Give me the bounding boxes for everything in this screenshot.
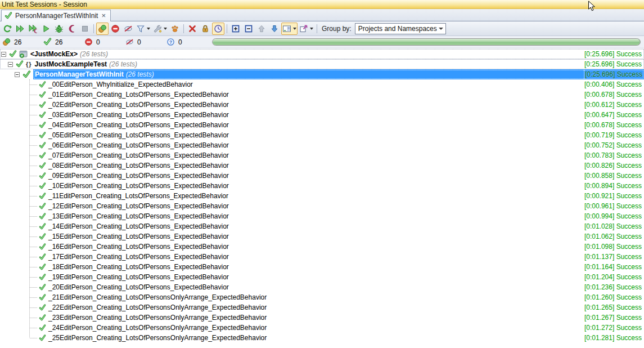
tree-guide-stub [30, 297, 37, 298]
tree-test-row[interactable]: _00EditPerson_WhyInitialize_ExpectedBeha… [0, 79, 644, 90]
window-titlebar[interactable]: Unit Test Sessions - Session [0, 0, 644, 9]
next-test-button[interactable] [268, 23, 281, 35]
tree-test-row[interactable]: _11EditPerson_Creating_LotsOfPersons_Exp… [0, 191, 644, 201]
run-selected-tests-button[interactable] [40, 23, 52, 35]
success-check-icon [4, 12, 12, 20]
tree-test-row[interactable]: _10EditPerson_Creating_LotsOfPersons_Exp… [0, 181, 644, 191]
tree-test-row[interactable]: _13EditPerson_Creating_LotsOfPersons_Exp… [0, 211, 644, 221]
test-duration-status: [0:00.612] Success [584, 101, 644, 109]
tree-test-row[interactable]: _23EditPerson_Creating_LotsOfPersonsOnly… [0, 313, 644, 323]
success-check-icon [39, 304, 46, 311]
test-duration-status: [0:00.678] Success [584, 91, 644, 99]
tree-test-row[interactable]: _03EditPerson_Creating_LotsOfPersons_Exp… [0, 110, 644, 120]
tree-group-row[interactable]: {}JustMockExampleTest(26 tests)[0:25.696… [0, 59, 644, 69]
test-name: _14EditPerson_Creating_LotsOfPersons_Exp… [48, 222, 229, 230]
tree-guide-stub [30, 287, 37, 288]
tree-test-row[interactable]: _07EditPerson_Creating_LotsOfPersons_Exp… [0, 150, 644, 160]
tree-test-row[interactable]: _06EditPerson_Creating_LotsOfPersons_Exp… [0, 140, 644, 150]
tree-test-row[interactable]: _19EditPerson_Creating_LotsOfPersons_Exp… [0, 272, 644, 282]
run-all-tests-button[interactable] [14, 23, 26, 35]
run-all-tests-profiled-button[interactable] [27, 23, 39, 35]
tree-test-row[interactable]: _14EditPerson_Creating_LotsOfPersons_Exp… [0, 221, 644, 231]
collapse-all-button[interactable] [242, 23, 255, 35]
repeat-run-icon [3, 24, 12, 33]
tree-test-row[interactable]: _21EditPerson_Creating_LotsOfPersonsOnly… [0, 292, 644, 302]
test-name: _00EditPerson_WhyInitialize_ExpectedBeha… [48, 81, 193, 88]
tree-group-row[interactable]: PersonManagerTestWithInit(26 tests)[0:25… [0, 69, 644, 79]
tree-test-row[interactable]: _12EditPerson_Creating_LotsOfPersons_Exp… [0, 201, 644, 211]
tree-test-row[interactable]: _04EditPerson_Creating_LotsOfPersons_Exp… [0, 120, 644, 130]
tree-test-row[interactable]: _17EditPerson_Creating_LotsOfPersons_Exp… [0, 252, 644, 262]
show-test-time-button[interactable] [212, 23, 224, 35]
test-tree[interactable]: #<JustMockEx>(26 tests)[0:25.696] Succes… [0, 48, 644, 348]
expand-all-button[interactable] [229, 23, 242, 35]
tree-test-row[interactable]: _15EditPerson_Creating_LotsOfPersons_Exp… [0, 231, 644, 242]
remove-session-button[interactable] [186, 23, 199, 35]
test-name: _10EditPerson_Creating_LotsOfPersons_Exp… [48, 182, 229, 190]
tree-guide-stub [30, 338, 37, 338]
tree-guide-stub [30, 176, 37, 176]
tree-test-row[interactable]: _09EditPerson_Creating_LotsOfPersons_Exp… [0, 171, 644, 181]
success-check-icon [39, 142, 46, 149]
test-name: _13EditPerson_Creating_LotsOfPersons_Exp… [48, 212, 229, 220]
test-name: _15EditPerson_Creating_LotsOfPersons_Exp… [48, 233, 229, 240]
success-check-icon [39, 111, 46, 119]
tree-test-row[interactable]: _20EditPerson_Creating_LotsOfPersons_Exp… [0, 282, 644, 292]
session-tab[interactable]: PersonManagerTestWithInit × [1, 10, 111, 21]
export-results-button[interactable] [298, 23, 314, 35]
tree-test-row[interactable]: _22EditPerson_Creating_LotsOfPersonsOnly… [0, 302, 644, 313]
stop-execution-button[interactable] [79, 23, 91, 35]
success-check-icon [39, 294, 46, 301]
toggle-preview-pane-button[interactable] [281, 23, 298, 35]
collapse-expander-icon[interactable] [8, 62, 13, 67]
clock-icon [214, 24, 223, 33]
lock-session-button[interactable] [199, 23, 211, 35]
lock-icon [201, 24, 210, 33]
unit-tests-indicator-button[interactable] [96, 23, 109, 35]
tree-test-row[interactable]: _24EditPerson_Creating_LotsOfPersonsOnly… [0, 323, 644, 333]
test-name: _20EditPerson_Creating_LotsOfPersons_Exp… [48, 283, 229, 291]
tab-close-icon[interactable]: × [101, 12, 106, 19]
tree-test-row[interactable]: _05EditPerson_Creating_LotsOfPersons_Exp… [0, 130, 644, 140]
tree-guide-stub [30, 267, 37, 267]
group-label: JustMockExampleTest [35, 60, 107, 68]
tree-test-row[interactable]: _25EditPerson_Creating_LotsOfPersonsOnly… [0, 333, 644, 343]
track-running-test-button[interactable] [169, 23, 181, 35]
selected-row-highlight[interactable]: PersonManagerTestWithInit(26 tests)[0:25… [33, 69, 644, 79]
success-check-icon [43, 38, 52, 46]
dropdown-caret-icon [147, 28, 150, 30]
test-duration-status: [0:00.783] Success [584, 151, 644, 159]
tree-test-row[interactable]: _18EditPerson_Creating_LotsOfPersons_Exp… [0, 262, 644, 272]
repeat-previous-run-button[interactable] [1, 23, 13, 35]
settings-wrench-icon [153, 24, 162, 33]
success-check-icon [39, 122, 46, 129]
profile-selected-tests-button[interactable] [66, 23, 78, 35]
tree-test-row[interactable]: _16EditPerson_Creating_LotsOfPersons_Exp… [0, 242, 644, 252]
tree-test-row[interactable]: _02EditPerson_Creating_LotsOfPersons_Exp… [0, 100, 644, 110]
show-ignored-tests-button[interactable] [122, 23, 134, 35]
test-name: _23EditPerson_Creating_LotsOfPersonsOnly… [48, 314, 267, 322]
filter-tests-button[interactable] [135, 23, 151, 35]
tree-guide-stub [30, 307, 37, 308]
tree-guide-stub [30, 237, 37, 237]
group-by-value: Projects and Namespaces [358, 25, 437, 33]
namespace-icon: {} [26, 61, 32, 68]
group-by-select[interactable]: Projects and Namespaces [355, 23, 446, 34]
tree-test-row[interactable]: _08EditPerson_Creating_LotsOfPersons_Exp… [0, 160, 644, 171]
tree-test-row[interactable]: _01EditPerson_Creating_LotsOfPersons_Exp… [0, 90, 644, 100]
run-all-icon [16, 24, 25, 33]
mouse-cursor [588, 1, 596, 12]
success-check-icon [39, 213, 46, 220]
tree-guide-stub [30, 226, 37, 227]
test-settings-button[interactable] [152, 23, 168, 35]
debug-selected-tests-button[interactable] [53, 23, 65, 35]
session-tab-label: PersonManagerTestWithInit [15, 12, 98, 20]
success-check-icon [16, 60, 24, 68]
dropdown-caret-icon [164, 28, 167, 30]
show-failed-tests-only-button[interactable] [109, 23, 121, 35]
previous-test-button[interactable] [255, 23, 268, 35]
tree-group-row[interactable]: #<JustMockEx>(26 tests)[0:25.696] Succes… [0, 49, 644, 59]
collapse-expander-icon[interactable] [15, 72, 20, 77]
toolbar-separator [317, 24, 317, 33]
collapse-expander-icon[interactable] [1, 52, 6, 57]
